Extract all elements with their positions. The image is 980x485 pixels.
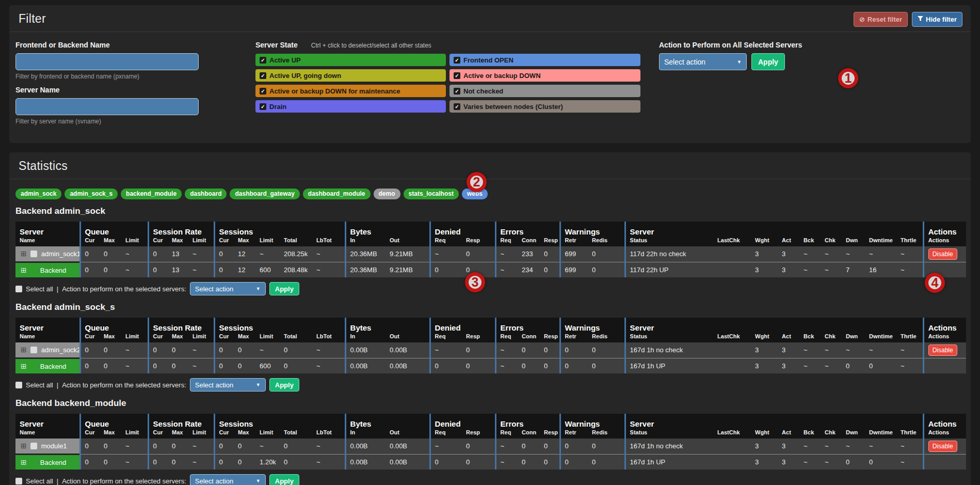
table-apply-button[interactable]: Apply <box>269 378 299 392</box>
cell-bytes-in: 0.00B <box>345 358 385 373</box>
global-action-select[interactable]: Select action ▼ <box>659 53 747 70</box>
server-state-toggle-active-up-going-down[interactable]: ✓Active UP, going down <box>255 69 446 82</box>
row-checkbox[interactable] <box>30 251 37 257</box>
proxy-badge-backend-module[interactable]: backend_module <box>121 189 182 199</box>
table-apply-button[interactable]: Apply <box>269 474 299 485</box>
checkbox-checked-icon: ✓ <box>260 88 266 95</box>
hide-filter-button[interactable]: Hide filter <box>912 12 962 27</box>
column-group-session-rate-2: Session Rate <box>148 318 214 333</box>
server-state-toggle-active-or-backup-down-for-maintenance[interactable]: ✓Active or backup DOWN for maintenance <box>255 85 446 97</box>
cell-server-dwntime: ~ <box>865 246 896 262</box>
table-action-select[interactable]: Select action▼ <box>190 282 266 295</box>
select-all-checkbox[interactable] <box>15 478 22 484</box>
table-row-admin-sock1: ⊞admin_sock100~013~012~208.25k~20.36MB9.… <box>15 246 966 262</box>
disable-server-button[interactable]: Disable <box>928 248 957 260</box>
stats-table: ServerQueueSession RateSessionsBytesDeni… <box>15 222 966 277</box>
column-header-resp: Resp <box>462 333 495 342</box>
cell-sessions-cur: 0 <box>214 246 234 262</box>
column-header-conn: Conn <box>518 333 540 342</box>
cell-warnings-redis: 0 <box>588 358 625 373</box>
select-all-checkbox[interactable] <box>15 382 22 388</box>
filter-title: Filter <box>19 12 961 26</box>
cell-server-chk: ~ <box>821 439 842 454</box>
server-state-label: Server State <box>255 41 298 49</box>
column-header-max: Max <box>168 333 188 342</box>
table-action-select[interactable]: Select action▼ <box>190 474 266 485</box>
cell-sessions-lbtot: ~ <box>312 246 345 262</box>
column-header-chk: Chk <box>821 333 842 342</box>
cell-errors-req: ~ <box>495 342 518 358</box>
cell-queue-max: 0 <box>100 262 121 277</box>
column-group-actions-9: Actions <box>923 414 966 429</box>
column-header-max: Max <box>168 429 188 439</box>
cell-server-dwn: ~ <box>842 246 865 262</box>
cell-server-lastchk <box>713 439 751 454</box>
server-state-toggle-not-checked[interactable]: ✓Not checked <box>449 85 640 97</box>
cell-session-rate-cur: 0 <box>148 439 168 454</box>
server-state-toggle-active-or-backup-down[interactable]: ✓Active or backup DOWN <box>449 69 640 82</box>
column-header-act: Act <box>778 237 799 246</box>
expand-icon[interactable]: ⊞ <box>21 458 27 466</box>
proxy-badge-dashboard-gateway[interactable]: dashboard_gateway <box>230 189 299 199</box>
cell-session-rate-max: 0 <box>168 342 188 358</box>
column-header-wght: Wght <box>751 237 778 246</box>
column-group-warnings-7: Warnings <box>560 318 625 333</box>
column-group-server-8: Server <box>625 222 923 237</box>
expand-icon[interactable]: ⊞ <box>21 249 27 258</box>
expand-icon[interactable]: ⊞ <box>21 346 27 354</box>
server-state-toggle-drain[interactable]: ✓Drain <box>255 100 446 113</box>
column-group-server-8: Server <box>625 414 923 429</box>
proxy-badge-demo[interactable]: demo <box>374 189 400 199</box>
select-all-checkbox[interactable] <box>15 286 22 292</box>
column-header-lbtot: LbTot <box>312 429 345 439</box>
backend-table-title: Backend admin_sock <box>15 206 965 216</box>
cell-sessions-max: 0 <box>234 439 255 454</box>
expand-icon[interactable]: ⊞ <box>21 266 27 274</box>
row-checkbox[interactable] <box>30 443 37 449</box>
cell-denied-req: 0 <box>430 454 462 470</box>
table-action-select[interactable]: Select action▼ <box>190 378 266 392</box>
svname-help: Filter by server name (svname) <box>15 118 201 125</box>
column-group-denied-5: Denied <box>430 222 495 237</box>
cell-server-status: 167d 1h UP <box>625 358 713 373</box>
cell-warnings-redis: 0 <box>588 246 625 262</box>
row-checkbox[interactable] <box>30 347 37 353</box>
cell-queue-limit: ~ <box>121 454 148 470</box>
cell-queue-max: 0 <box>100 454 121 470</box>
column-header-lbtot: LbTot <box>312 333 345 342</box>
cell-server-status: 167d 1h UP <box>625 454 713 470</box>
expand-icon[interactable]: ⊞ <box>21 362 27 370</box>
pxname-input[interactable] <box>15 53 199 70</box>
global-apply-button[interactable]: Apply <box>751 53 785 70</box>
cell-errors-conn: 234 <box>518 262 540 277</box>
cell-server-chk: ~ <box>821 246 842 262</box>
column-subheader-row: NameCurMaxLimitCurMaxLimitCurMaxLimitTot… <box>15 429 966 439</box>
cell-server-dwn: 7 <box>842 262 865 277</box>
column-header-cur: Cur <box>214 333 234 342</box>
server-state-toggle-varies-between-nodes-cluster[interactable]: ✓Varies between nodes (Cluster) <box>449 100 640 113</box>
ban-icon: ⊘ <box>859 16 865 23</box>
server-state-toggle-frontend-open[interactable]: ✓Frontend OPEN <box>449 54 640 66</box>
cell-queue-cur: 0 <box>80 358 100 373</box>
column-header-dwn: Dwn <box>842 333 865 342</box>
backend-section-backend-admin-sock-s: Backend admin_sock_sServerQueueSession R… <box>15 302 965 392</box>
proxy-badge-stats-localhost[interactable]: stats_localhost <box>404 189 459 199</box>
svname-input[interactable] <box>15 98 199 115</box>
proxy-badge-admin-sock[interactable]: admin_sock <box>15 189 61 199</box>
cell-session-rate-cur: 0 <box>148 358 168 373</box>
table-action-select-value: Select action <box>195 477 233 485</box>
proxy-badge-admin-sock-s[interactable]: admin_sock_s <box>65 189 118 199</box>
reset-filter-button[interactable]: ⊘ Reset filter <box>854 12 908 27</box>
column-header-thrtle: Thrtle <box>896 237 923 246</box>
server-state-toggle-active-up[interactable]: ✓Active UP <box>255 54 446 66</box>
global-action-label: Action to Perform on All Selected Server… <box>659 41 802 49</box>
expand-icon[interactable]: ⊞ <box>21 442 27 450</box>
proxy-badge-dashboard[interactable]: dashboard <box>185 189 227 199</box>
disable-server-button[interactable]: Disable <box>928 441 957 452</box>
table-apply-button[interactable]: Apply <box>269 282 299 295</box>
actions-cell: Disable <box>923 342 966 358</box>
cell-warnings-redis: 0 <box>588 262 625 277</box>
proxy-badge-dashboard-module[interactable]: dashboard_module <box>303 189 371 199</box>
cell-sessions-cur: 0 <box>214 454 234 470</box>
disable-server-button[interactable]: Disable <box>928 345 957 356</box>
